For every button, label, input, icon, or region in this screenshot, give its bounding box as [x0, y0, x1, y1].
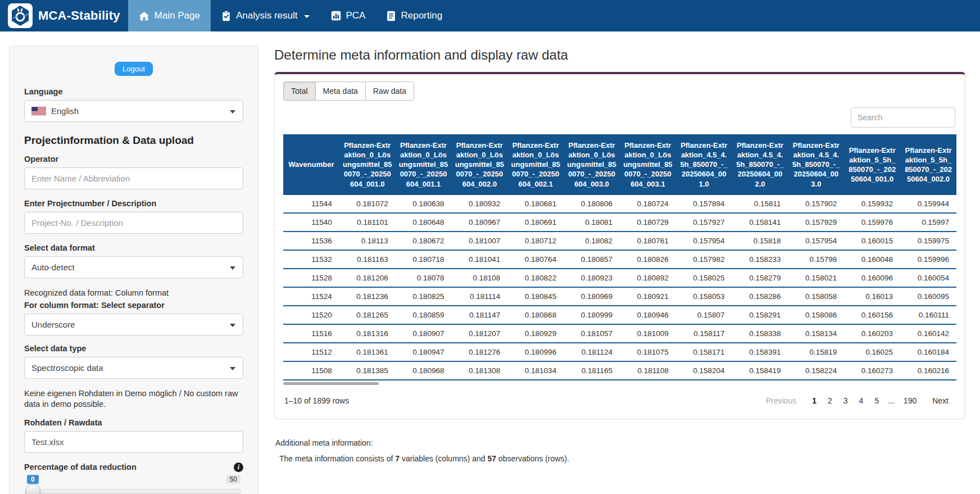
table-cell: 0.181385 — [339, 361, 396, 380]
separator-label: For column format: Select separator — [24, 301, 243, 310]
table-cell: 0.180825 — [396, 287, 452, 306]
separator-select[interactable]: Underscore — [24, 314, 243, 336]
column-header[interactable]: Pflanzen-Extraktion_0_Lösungsmittel_8500… — [564, 134, 620, 195]
table-cell: 0.180868 — [507, 306, 564, 324]
column-header[interactable]: Wavenumber — [283, 134, 339, 195]
column-header[interactable]: Pflanzen-Extraktion_5_5h_850070_-_202506… — [844, 134, 900, 195]
table-cell: 0.180892 — [620, 269, 676, 287]
data-type-selected-value: Spectroscopic data — [31, 363, 103, 373]
nav-pca[interactable]: PCA — [320, 0, 376, 31]
table-cell: 0.158338 — [732, 324, 788, 343]
info-icon[interactable]: i — [234, 463, 243, 472]
us-flag-icon — [31, 107, 46, 115]
pagination-page-4[interactable]: 4 — [854, 394, 869, 407]
table-search-input[interactable] — [851, 107, 955, 128]
table-cell: 0.158025 — [676, 269, 732, 287]
data-format-label: Select data format — [24, 243, 243, 252]
app-title: MCA-Stability — [38, 8, 128, 23]
projectnumber-label: Enter Projectnumber / Description — [24, 199, 243, 208]
meta-info-block: Additional meta information: The meta in… — [275, 438, 965, 463]
app-logo-icon — [8, 3, 33, 28]
logout-button[interactable]: Logout — [115, 62, 153, 76]
table-cell: 0.180947 — [396, 343, 452, 361]
horizontal-scrollbar-thumb[interactable] — [283, 382, 379, 385]
table-cell: 0.16025 — [844, 343, 900, 361]
table-cell: 0.181034 — [507, 361, 564, 380]
table-cell: 0.158134 — [788, 324, 844, 343]
table-cell: 11516 — [283, 324, 339, 343]
operator-label: Operator — [24, 155, 243, 164]
table-cell: 0.180999 — [564, 306, 620, 324]
tab-meta-data[interactable]: Meta data — [315, 81, 366, 101]
table-cell: 0.180967 — [451, 213, 507, 232]
table-cell: 0.180932 — [451, 195, 507, 213]
pagination-page-190[interactable]: 190 — [898, 394, 922, 407]
nav-reporting[interactable]: Reporting — [376, 0, 453, 31]
sidebar: Logout Language English — [9, 46, 258, 494]
tab-total[interactable]: Total — [283, 81, 316, 101]
nav-label: Analysis result — [236, 10, 298, 21]
table-cell: 0.180946 — [620, 306, 676, 324]
data-format-selected-value: Auto-detect — [31, 262, 75, 272]
table-cell: 11508 — [283, 361, 339, 380]
column-header[interactable]: Pflanzen-Extraktion_0_Lösungsmittel_8500… — [451, 134, 507, 195]
table-cell: 0.181075 — [620, 343, 676, 361]
column-header[interactable]: Pflanzen-Extraktion_4.5_4.5h_850070_-_20… — [676, 134, 732, 195]
table-cell: 0.160015 — [844, 232, 900, 250]
pagination-next[interactable]: Next — [927, 394, 954, 407]
slider-track[interactable]: 0 50 — [26, 489, 241, 494]
projectnumber-input[interactable] — [24, 212, 243, 234]
column-header[interactable]: Pflanzen-Extraktion_4.5_4.5h_850070_-_20… — [788, 134, 844, 195]
pagination-previous[interactable]: Previous — [760, 394, 802, 407]
clipboard-check-icon — [221, 11, 231, 21]
table-cell: 0.158171 — [676, 343, 732, 361]
table-cell: 11532 — [283, 250, 339, 269]
language-select[interactable]: English — [24, 100, 243, 122]
table-cell: 0.160273 — [844, 361, 900, 380]
column-header[interactable]: Pflanzen-Extraktion_0_Lösungsmittel_8500… — [396, 134, 452, 195]
tab-raw-data[interactable]: Raw data — [365, 81, 414, 101]
pagination-page-2[interactable]: 2 — [822, 394, 838, 407]
table-cell: 11544 — [283, 195, 339, 213]
table-cell: 0.158141 — [732, 213, 788, 232]
slider-handle[interactable] — [25, 484, 40, 494]
meta-observations-count: 57 — [487, 454, 496, 463]
table-cell: 0.181361 — [339, 343, 396, 361]
data-format-select[interactable]: Auto-detect — [24, 256, 243, 278]
table-cell: 0.18081 — [564, 213, 620, 232]
table-cell: 0.15819 — [788, 343, 844, 361]
pagination-page-1[interactable]: 1 — [806, 394, 822, 407]
table-cell: 0.158021 — [788, 269, 844, 287]
table-cell: 0.181163 — [339, 250, 396, 269]
table-cell: 0.180845 — [507, 287, 564, 306]
separator-selected-value: Underscore — [31, 320, 75, 329]
table-row: 115240.1812360.1808250.1811140.1808450.1… — [283, 287, 956, 306]
data-reduction-label: Percentage of data reduction — [24, 463, 137, 472]
operator-input[interactable] — [24, 167, 243, 189]
table-cell: 0.180907 — [396, 324, 452, 343]
table-cell: 0.157929 — [788, 213, 844, 232]
table-cell: 0.180923 — [564, 269, 620, 287]
table-cell: 0.160048 — [844, 250, 900, 269]
column-header[interactable]: Pflanzen-Extraktion_5_5h_850070_-_202506… — [900, 134, 956, 195]
table-cell: 0.157927 — [676, 213, 732, 232]
nav-analysis-result[interactable]: Analysis result — [211, 0, 320, 31]
nav-main-page[interactable]: Main Page — [128, 0, 211, 31]
table-cell: 0.180968 — [396, 361, 452, 380]
table-cell: 0.180996 — [507, 343, 564, 361]
column-header[interactable]: Pflanzen-Extraktion_0_Lösungsmittel_8500… — [620, 134, 676, 195]
column-header[interactable]: Pflanzen-Extraktion_0_Lösungsmittel_8500… — [339, 134, 396, 195]
column-header[interactable]: Pflanzen-Extraktion_4.5_4.5h_850070_-_20… — [732, 134, 788, 195]
table-cell: 0.157982 — [676, 250, 732, 269]
data-type-select[interactable]: Spectroscopic data — [24, 357, 243, 379]
table-cell: 0.180921 — [620, 287, 676, 306]
rawdata-input[interactable] — [24, 431, 243, 453]
table-cell: 0.160156 — [844, 306, 900, 324]
pagination-page-5[interactable]: 5 — [869, 394, 884, 407]
table-cell: 0.158233 — [732, 250, 788, 269]
table-cell: 0.180969 — [564, 287, 620, 306]
data-reduction-slider: 0 50 05101520253035404550 — [24, 489, 243, 494]
table-cell: 0.15798 — [788, 250, 844, 269]
pagination-page-3[interactable]: 3 — [838, 394, 854, 407]
column-header[interactable]: Pflanzen-Extraktion_0_Lösungsmittel_8500… — [507, 134, 564, 195]
